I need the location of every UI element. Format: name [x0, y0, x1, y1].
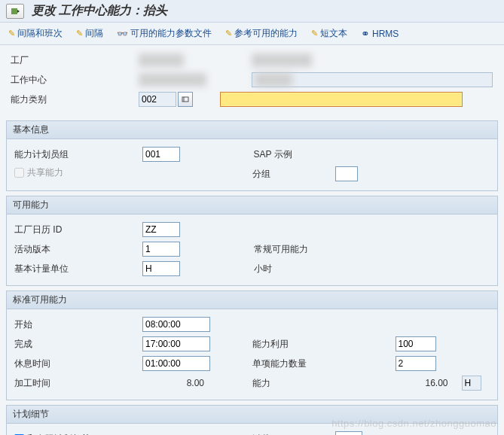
- start-input[interactable]: [142, 317, 210, 332]
- label-planner-group: 能力计划员组: [14, 148, 142, 161]
- toolbar-label: 短文本: [320, 27, 347, 40]
- break-input[interactable]: [142, 356, 210, 371]
- label-finish: 完成: [14, 338, 142, 351]
- group-basic-info: 基本信息 能力计划员组 共享能力 SAP 示例 分组: [6, 120, 498, 191]
- share-capacity-checkbox: [14, 168, 24, 178]
- pencil-icon: ✎: [76, 29, 83, 38]
- menu-icon: [11, 8, 20, 15]
- pencil-icon: ✎: [8, 29, 15, 38]
- group-title: 可用能力: [7, 196, 497, 214]
- toolbar-capacity-profile[interactable]: 👓可用的能力参数文件: [115, 26, 214, 41]
- value-work-center-desc: [255, 73, 292, 87]
- toolbar-intervals-shifts[interactable]: ✎间隔和班次: [6, 26, 65, 41]
- utilization-input[interactable]: [396, 336, 436, 351]
- label-grouping: 分组: [252, 168, 335, 181]
- capacity-unit: H: [462, 376, 481, 391]
- overload-input[interactable]: [335, 431, 362, 435]
- toolbar-label: 间隔: [85, 27, 103, 40]
- pencil-icon: ✎: [311, 29, 318, 38]
- toolbar-label: 间隔和班次: [17, 27, 63, 40]
- planner-group-input[interactable]: [142, 147, 180, 162]
- pencil-icon: ✎: [225, 29, 232, 38]
- toolbar-intervals[interactable]: ✎间隔: [74, 26, 105, 41]
- toolbar-hrms[interactable]: ⚭HRMS: [359, 26, 401, 41]
- label-capacity: 能力: [252, 377, 396, 390]
- capacity-desc-input[interactable]: [220, 92, 463, 107]
- search-icon: [182, 96, 189, 103]
- toolbar-ref-capacity[interactable]: ✎参考可用的能力: [223, 26, 300, 41]
- base-unit-input[interactable]: [142, 261, 180, 276]
- link-icon: ⚭: [361, 28, 370, 40]
- label-break: 休息时间: [14, 357, 142, 370]
- active-version-input[interactable]: [142, 242, 180, 257]
- label-start: 开始: [14, 318, 142, 331]
- label-active-version: 活动版本: [14, 243, 142, 256]
- value-capacity-cat: 002: [139, 92, 176, 107]
- label-no-ind-cap: 单项能力数量: [252, 357, 396, 370]
- active-version-desc: 常规可用能力: [252, 243, 308, 256]
- label-share-capacity: 共享能力: [27, 166, 63, 179]
- label-overload: 过载: [252, 433, 335, 436]
- label-work-center: 工作中心: [11, 74, 139, 87]
- toolbar-label: 参考可用的能力: [234, 27, 298, 40]
- svg-rect-0: [11, 8, 17, 14]
- value-plant: [139, 53, 184, 67]
- svg-rect-1: [182, 97, 188, 102]
- group-title: 基本信息: [7, 121, 497, 139]
- finish-input[interactable]: [142, 336, 210, 351]
- base-unit-desc: 小时: [252, 263, 272, 275]
- watermark: https://blog.csdn.net/zhongguomao: [331, 418, 496, 429]
- group-standard-capacity: 标准可用能力 开始 完成 休息时间 加工时间8.00 能力利用 单项能力数量 能…: [6, 291, 498, 400]
- label-calendar-id: 工厂日历 ID: [14, 224, 142, 236]
- planner-group-desc: SAP 示例: [252, 148, 292, 161]
- capacity-value: 16.00: [396, 378, 448, 388]
- grouping-input[interactable]: [335, 166, 358, 181]
- toolbar-label: 可用的能力参数文件: [130, 27, 212, 40]
- search-help-button[interactable]: [178, 92, 193, 107]
- value-plant-desc: [252, 53, 312, 67]
- label-utilization: 能力利用: [252, 338, 396, 351]
- label-operating-time: 加工时间: [14, 377, 142, 390]
- operating-time-value: 8.00: [142, 378, 210, 388]
- toolbar-short-text[interactable]: ✎短文本: [309, 26, 350, 41]
- group-available-capacity: 可用能力 工厂日历 ID 活动版本 基本计量单位 常规可用能力 小时: [6, 196, 498, 286]
- toolbar: ✎间隔和班次 ✎间隔 👓可用的能力参数文件 ✎参考可用的能力 ✎短文本 ⚭HRM…: [0, 23, 504, 45]
- label-plant: 工厂: [11, 54, 139, 67]
- header-fields: 工厂 工作中心 能力类别 002: [0, 45, 504, 116]
- menu-button[interactable]: [6, 4, 24, 19]
- group-title: 标准可用能力: [7, 291, 497, 309]
- toolbar-label: HRMS: [372, 29, 399, 39]
- label-capacity-cat: 能力类别: [11, 93, 139, 106]
- label-base-unit: 基本计量单位: [14, 263, 142, 275]
- page-title: 更改 工作中心能力：抬头: [32, 3, 167, 19]
- value-work-center: [139, 73, 206, 87]
- no-ind-cap-input[interactable]: [396, 356, 436, 371]
- glasses-icon: 👓: [117, 29, 128, 39]
- title-bar: 更改 工作中心能力：抬头: [0, 0, 504, 23]
- calendar-id-input[interactable]: [142, 222, 180, 237]
